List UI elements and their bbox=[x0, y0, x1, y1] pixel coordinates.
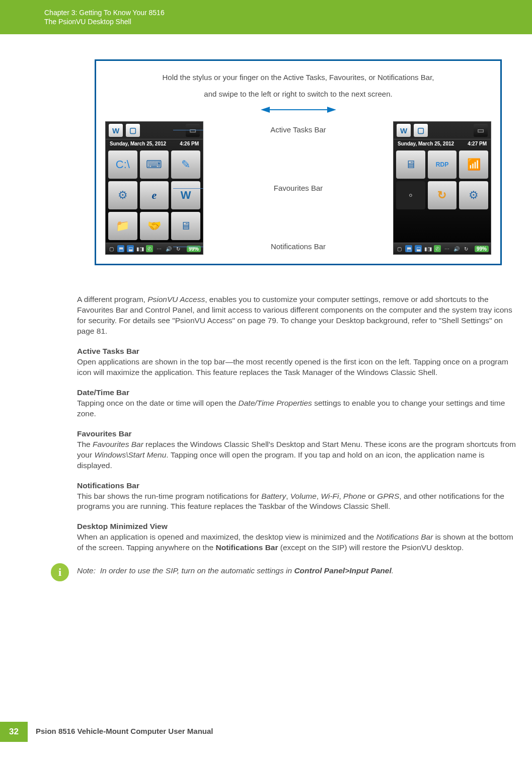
figure-labels: Active Tasks Bar Favourites Bar Notifica… bbox=[208, 121, 388, 255]
label-favourites: Favourites Bar bbox=[208, 184, 388, 192]
intro-paragraph: A different program, PsionVU Access, ena… bbox=[77, 294, 517, 337]
figure-caption-1: Hold the stylus or your finger on the Ac… bbox=[105, 72, 491, 83]
notifications-bar-left: ▢ ⬒ ⬓ ▮◨ ✆ ⋯ 🔊 ↻ 99% bbox=[106, 243, 203, 254]
wifi-icon: 📶 bbox=[459, 150, 488, 179]
heading-datetime: Date/Time Bar bbox=[77, 388, 517, 397]
settings-icon: ⚙ bbox=[108, 181, 137, 209]
page-number: 32 bbox=[0, 722, 28, 742]
app-icon: ▢ bbox=[414, 124, 428, 137]
volume-icon: 🔊 bbox=[453, 245, 460, 252]
chapter-title: Getting To Know Your 8516 bbox=[79, 9, 164, 17]
phone-icon: ✆ bbox=[146, 245, 153, 252]
note-block: i Note: In order to use the SIP, turn on… bbox=[51, 563, 517, 581]
body-active-tasks: Open applications are shown in the top b… bbox=[77, 357, 517, 378]
label-notifications: Notifications Bar bbox=[208, 242, 388, 251]
figure-caption-2: and swipe to the left or right to switch… bbox=[105, 89, 491, 99]
word-icon: W bbox=[397, 124, 411, 137]
scroll-handle-icon: ◦ bbox=[396, 181, 425, 209]
active-tasks-bar-left: W ▢ ▭ bbox=[106, 122, 203, 139]
manual-title: Psion 8516 Vehicle-Mount Computer User M… bbox=[28, 722, 221, 742]
ie-icon: e bbox=[140, 181, 169, 209]
heading-favourites: Favourites Bar bbox=[77, 429, 517, 438]
folder-icon: 📁 bbox=[108, 212, 137, 240]
app-window-icon: ▭ bbox=[186, 124, 200, 137]
net-icon: ⬒ bbox=[405, 245, 412, 252]
screenshot-right: W ▢ ▭ Sunday, March 25, 2012 4:27 PM 🖥 R… bbox=[393, 121, 491, 255]
svg-marker-2 bbox=[327, 107, 336, 113]
body-desktop-minimized: When an application is opened and maximi… bbox=[77, 532, 517, 553]
app-window-icon: ▭ bbox=[474, 124, 488, 137]
signal-icon: ▮◨ bbox=[136, 245, 143, 252]
datetime-bar-right: Sunday, March 25, 2012 4:27 PM bbox=[394, 139, 491, 148]
chapter-label: Chapter 3: bbox=[44, 9, 77, 17]
body-notifications: This bar shows the run-time program noti… bbox=[77, 491, 517, 512]
page-header: Chapter 3: Getting To Know Your 8516 The… bbox=[0, 0, 532, 34]
dots-icon: ⋯ bbox=[156, 245, 163, 252]
net-icon: ⬒ bbox=[117, 245, 124, 252]
signature-icon: ✎ bbox=[171, 150, 200, 179]
swipe-arrow-icon bbox=[105, 105, 491, 116]
card-icon: ⬓ bbox=[127, 245, 134, 252]
gear-icon: ⚙ bbox=[459, 181, 488, 209]
body-favourites: The Favourites Bar replaces the Windows … bbox=[77, 439, 517, 471]
svg-marker-1 bbox=[261, 107, 270, 113]
kiosk-icon: 🖥 bbox=[171, 212, 200, 240]
kiosk-icon: 🖥 bbox=[396, 150, 425, 179]
page-footer: 32 Psion 8516 Vehicle-Mount Computer Use… bbox=[0, 722, 532, 742]
time-right: 4:27 PM bbox=[468, 141, 487, 146]
word-small-icon: W bbox=[171, 181, 200, 209]
battery-right: 99% bbox=[475, 246, 489, 252]
heading-notifications: Notifications Bar bbox=[77, 481, 517, 490]
app-icon: ▢ bbox=[126, 124, 140, 137]
time-left: 4:26 PM bbox=[180, 141, 199, 146]
date-right: Sunday, March 25, 2012 bbox=[398, 141, 454, 146]
figure-diagram: Hold the stylus or your finger on the Ac… bbox=[95, 59, 502, 265]
date-left: Sunday, March 25, 2012 bbox=[110, 141, 166, 146]
word-icon: W bbox=[109, 124, 123, 137]
sip-icon: ▢ bbox=[396, 245, 403, 252]
rdp-icon: RDP bbox=[428, 150, 457, 179]
arc-icon: ↻ bbox=[428, 181, 457, 209]
handshake-icon: 🤝 bbox=[140, 212, 169, 240]
drive-icon: C:\ bbox=[108, 150, 137, 179]
note-text: Note: In order to use the SIP, turn on t… bbox=[77, 563, 394, 575]
info-icon: i bbox=[51, 563, 69, 581]
heading-active-tasks: Active Tasks Bar bbox=[77, 347, 517, 356]
body-datetime: Tapping once on the date or time will op… bbox=[77, 398, 517, 419]
signal-icon: ▮◨ bbox=[424, 245, 431, 252]
label-active-tasks: Active Tasks Bar bbox=[208, 125, 388, 134]
phone-icon: ✆ bbox=[434, 245, 441, 252]
heading-desktop-minimized: Desktop Minimized View bbox=[77, 522, 517, 531]
page-content: Hold the stylus or your finger on the Ac… bbox=[0, 34, 532, 581]
section-title: The PsionVU Desktop Shell bbox=[44, 17, 517, 26]
active-tasks-bar-right: W ▢ ▭ bbox=[394, 122, 491, 139]
datetime-bar-left: Sunday, March 25, 2012 4:26 PM bbox=[106, 139, 203, 148]
keyboard-icon: ⌨ bbox=[140, 150, 169, 179]
favourites-grid-left: C:\ ⌨ ✎ ⚙ e W 📁 🤝 🖥 bbox=[106, 148, 203, 243]
notifications-bar-right: ▢ ⬒ ⬓ ▮◨ ✆ ⋯ 🔊 ↻ 99% bbox=[394, 243, 491, 254]
dots-icon: ⋯ bbox=[443, 245, 450, 252]
sync-icon: ↻ bbox=[463, 245, 470, 252]
sip-icon: ▢ bbox=[108, 245, 115, 252]
favourites-grid-right: 🖥 RDP 📶 ◦ ↻ ⚙ bbox=[394, 148, 491, 243]
card-icon: ⬓ bbox=[415, 245, 422, 252]
volume-icon: 🔊 bbox=[165, 245, 172, 252]
